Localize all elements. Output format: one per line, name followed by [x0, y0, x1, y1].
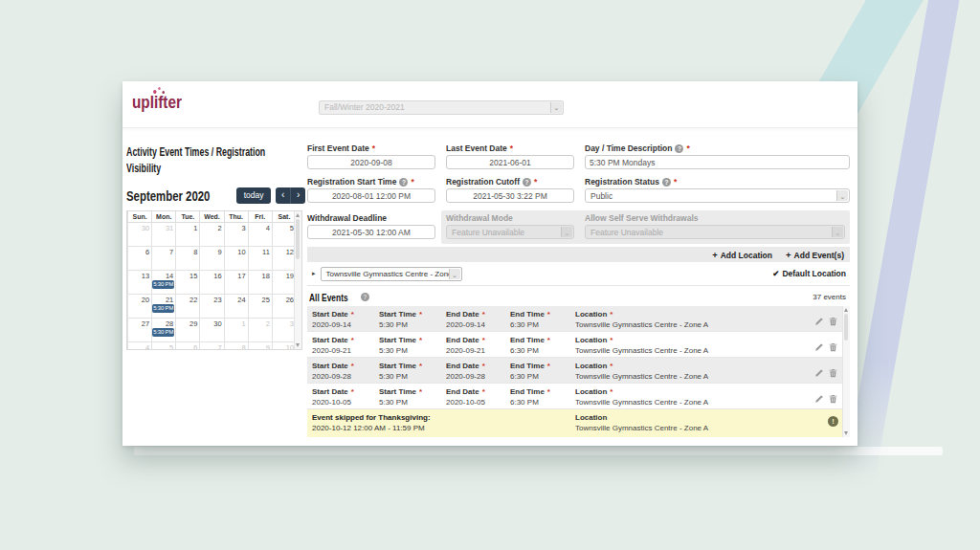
calendar-day-cell[interactable]: 22: [176, 295, 200, 319]
calendar-day-cell[interactable]: 20: [128, 295, 152, 319]
chevron-down-icon: ⌄: [832, 227, 843, 237]
calendar-day-cell[interactable]: 3: [224, 223, 248, 247]
first-event-date-input[interactable]: 2020-09-08: [307, 155, 435, 169]
calendar-day-cell[interactable]: 55:30 PM: [152, 342, 176, 351]
calendar-day-cell[interactable]: 6: [176, 342, 200, 351]
calendar-scrollbar[interactable]: [294, 211, 301, 349]
calendar-day-number: 12: [273, 247, 296, 256]
today-button[interactable]: today: [236, 187, 271, 204]
help-icon[interactable]: ?: [361, 293, 369, 301]
calendar-day-cell[interactable]: 30: [128, 223, 152, 247]
calendar-day-cell[interactable]: 23: [200, 295, 224, 319]
calendar-day-cell[interactable]: 9: [200, 247, 224, 271]
event-column-label-text: End Date: [446, 362, 479, 370]
calendar-day-cell[interactable]: 8: [224, 342, 248, 351]
calendar-day-cell[interactable]: 10: [272, 342, 296, 351]
help-icon[interactable]: ?: [675, 144, 683, 153]
calendar-day-cell[interactable]: 25: [248, 295, 272, 319]
calendar-week-row: 27285:30 PM2930123: [128, 319, 297, 342]
calendar-day-cell[interactable]: 145:30 PM: [152, 271, 176, 295]
calendar-day-cell[interactable]: 27: [128, 319, 152, 342]
calendar-event-badge[interactable]: 5:30 PM: [152, 328, 174, 337]
calendar-day-cell[interactable]: 4: [128, 342, 152, 351]
calendar-day-cell[interactable]: 17: [224, 271, 248, 295]
delete-icon[interactable]: [829, 339, 837, 348]
delete-icon[interactable]: [829, 313, 837, 322]
events-scrollbar[interactable]: [842, 306, 850, 437]
location-select[interactable]: Townsville Gymnastics Centre - Zone A ⌄: [321, 267, 462, 281]
required-asterisk: *: [547, 336, 550, 344]
edit-icon[interactable]: [814, 313, 823, 322]
calendar-day-number: 5: [273, 223, 296, 232]
default-location-toggle[interactable]: ✔Default Location: [772, 269, 846, 278]
help-icon[interactable]: ?: [399, 178, 408, 187]
delete-icon[interactable]: [829, 390, 837, 400]
edit-icon[interactable]: [814, 390, 823, 400]
registration-start-time-label-text: Registration Start Time: [307, 177, 396, 187]
calendar-day-number: 15: [176, 271, 199, 280]
prev-month-button[interactable]: ‹: [276, 187, 291, 204]
calendar-day-cell[interactable]: 2: [248, 319, 272, 342]
calendar-day-cell[interactable]: 215:30 PM: [152, 295, 176, 319]
calendar-day-cell[interactable]: 1: [176, 223, 200, 247]
edit-icon[interactable]: [814, 364, 823, 374]
caret-right-icon[interactable]: ▸: [312, 270, 316, 277]
withdrawal-mode-value: Feature Unavailable: [452, 228, 524, 237]
add-events-button[interactable]: +Add Event(s): [786, 250, 844, 260]
scrollbar-thumb: [296, 219, 300, 259]
edit-icon[interactable]: [814, 339, 823, 348]
app-header: uplifter Fall/Winter 2020-2021 ⌄: [122, 81, 858, 128]
required-asterisk: *: [686, 143, 689, 153]
help-icon[interactable]: ?: [662, 178, 671, 187]
skipped-event-title: Event skipped for Thanksgiving:: [312, 413, 575, 422]
calendar-day-cell[interactable]: 31: [152, 223, 176, 247]
calendar-day-cell[interactable]: 30: [200, 319, 224, 342]
last-event-date-input[interactable]: 2021-06-01: [446, 155, 574, 169]
calendar-day-number: 8: [225, 342, 248, 350]
skipped-event-location-cell: Location Townsville Gymnastics Centre - …: [575, 413, 821, 432]
info-icon[interactable]: !: [828, 416, 838, 427]
calendar-day-cell[interactable]: 2: [200, 223, 224, 247]
withdrawal-deadline-input[interactable]: 2021-05-30 12:00 AM: [307, 225, 435, 239]
calendar-day-cell[interactable]: 7: [200, 342, 224, 351]
calendar-day-cell[interactable]: 18: [248, 271, 272, 295]
calendar-day-cell[interactable]: 1: [224, 319, 248, 342]
calendar-day-cell[interactable]: 3: [272, 319, 296, 342]
season-select-value: Fall/Winter 2020-2021: [324, 102, 405, 112]
calendar-day-cell[interactable]: 10: [224, 247, 248, 271]
calendar-day-cell[interactable]: 24: [224, 295, 248, 319]
calendar-day-number: 8: [176, 247, 199, 256]
calendar-day-cell[interactable]: 29: [176, 319, 200, 342]
calendar-day-cell[interactable]: 6: [128, 247, 152, 271]
skipped-event-notice: Event skipped for Thanksgiving: 2020-10-…: [307, 409, 850, 437]
required-asterisk: *: [351, 310, 354, 319]
calendar-day-cell[interactable]: 12: [272, 247, 296, 271]
registration-cutoff-input[interactable]: 2021-05-30 3:22 PM: [446, 188, 574, 203]
help-icon[interactable]: ?: [523, 178, 531, 187]
calendar-event-badge[interactable]: 5:30 PM: [152, 280, 174, 289]
registration-start-time-input[interactable]: 2020-08-01 12:00 PM: [307, 188, 435, 203]
calendar-event-badge[interactable]: 5:30 PM: [152, 304, 174, 313]
day-time-description-input[interactable]: 5:30 PM Mondays: [585, 155, 850, 169]
event-start-date-value: 2020-09-14: [312, 320, 379, 329]
registration-status-select[interactable]: Public⌄: [585, 188, 850, 203]
calendar-day-cell[interactable]: 13: [128, 271, 152, 295]
calendar-day-cell[interactable]: 16: [200, 271, 224, 295]
calendar-day-cell[interactable]: 7: [152, 247, 176, 271]
calendar-day-cell[interactable]: 9: [248, 342, 272, 351]
event-column-label: Start Date*: [312, 336, 379, 344]
required-asterisk: *: [547, 387, 550, 396]
add-location-button[interactable]: +Add Location: [712, 250, 772, 260]
next-month-button[interactable]: ›: [291, 187, 305, 204]
calendar-day-cell[interactable]: 8: [176, 247, 200, 271]
calendar-day-cell[interactable]: 4: [248, 223, 272, 247]
calendar-day-cell[interactable]: 26: [272, 295, 296, 319]
calendar-day-cell[interactable]: 285:30 PM: [152, 319, 176, 342]
delete-icon[interactable]: [829, 364, 837, 374]
event-column-label: End Time*: [510, 387, 575, 396]
calendar-day-cell[interactable]: 5: [272, 223, 296, 247]
calendar-day-cell[interactable]: 15: [176, 271, 200, 295]
main-panel: uplifter Fall/Winter 2020-2021 ⌄ Activit…: [122, 81, 858, 446]
calendar-day-cell[interactable]: 11: [248, 247, 272, 271]
calendar-day-cell[interactable]: 19: [272, 271, 296, 295]
